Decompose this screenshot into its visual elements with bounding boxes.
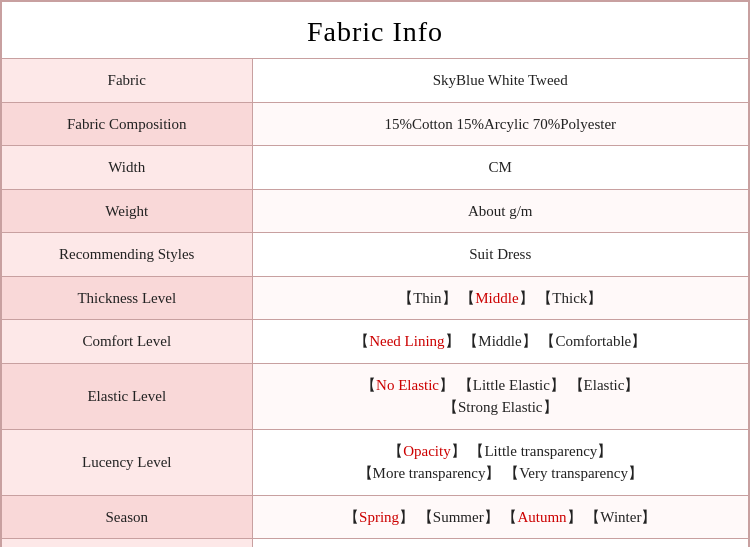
- row-value: 【Need Lining】 【Middle】 【Comfortable】: [252, 320, 748, 364]
- bracket-item: 【Winter】: [585, 509, 656, 525]
- row-value: 15%Cotton 15%Arcylic 70%Polyester: [252, 102, 748, 146]
- bracket-item: 【Middle】: [463, 333, 536, 349]
- bracket-item: 【No Elastic】: [361, 377, 454, 393]
- table-row: Elastic Level【No Elastic】 【Little Elasti…: [2, 363, 748, 429]
- table-row: Thickness Level【Thin】 【Middle】 【Thick】: [2, 276, 748, 320]
- bracket-item: 【Opacity】: [388, 443, 465, 459]
- row-label: Comfort Level: [2, 320, 252, 364]
- fabric-info-container: Fabric Info FabricSkyBlue White TweedFab…: [0, 0, 750, 547]
- row-label: Thickness Level: [2, 276, 252, 320]
- row-value: 【Hard】 【Little hard】 【Middle】 【Little so…: [252, 539, 748, 548]
- row-value: 【Thin】 【Middle】 【Thick】: [252, 276, 748, 320]
- bracket-item: 【Need Lining】: [354, 333, 459, 349]
- row-value: CM: [252, 146, 748, 190]
- table-row: FabricSkyBlue White Tweed: [2, 59, 748, 102]
- row-label: Width: [2, 146, 252, 190]
- bracket-item: 【Summer】: [418, 509, 499, 525]
- row-label: Fabric Composition: [2, 102, 252, 146]
- bracket-item: 【Spring】: [344, 509, 414, 525]
- row-value: Suit Dress: [252, 233, 748, 277]
- table-row: Fabric Composition15%Cotton 15%Arcylic 7…: [2, 102, 748, 146]
- row-value: 【Opacity】 【Little transparency】【More tra…: [252, 429, 748, 495]
- row-label: Season: [2, 495, 252, 539]
- bracket-item: 【Comfortable】: [540, 333, 646, 349]
- bracket-item: 【Middle】: [460, 290, 533, 306]
- row-label: Hard and Soft: [2, 539, 252, 548]
- row-value: 【Spring】 【Summer】 【Autumn】 【Winter】: [252, 495, 748, 539]
- bracket-item: 【Thick】: [537, 290, 602, 306]
- page-title: Fabric Info: [2, 2, 748, 59]
- table-row: Lucency Level【Opacity】 【Little transpare…: [2, 429, 748, 495]
- bracket-item: 【Thin】: [398, 290, 456, 306]
- bracket-item: 【Little Elastic】: [458, 377, 565, 393]
- bracket-item: 【Little transparency】: [469, 443, 612, 459]
- row-label: Lucency Level: [2, 429, 252, 495]
- bracket-item: 【More transparency】: [358, 465, 501, 481]
- bracket-item: 【Autumn】: [502, 509, 581, 525]
- row-label: Fabric: [2, 59, 252, 102]
- table-row: WidthCM: [2, 146, 748, 190]
- bracket-item: 【Very transparency】: [504, 465, 643, 481]
- row-label: Elastic Level: [2, 363, 252, 429]
- table-row: Comfort Level【Need Lining】 【Middle】 【Com…: [2, 320, 748, 364]
- row-label: Recommending Styles: [2, 233, 252, 277]
- table-row: Hard and Soft【Hard】 【Little hard】 【Middl…: [2, 539, 748, 548]
- row-value: 【No Elastic】 【Little Elastic】 【Elastic】【…: [252, 363, 748, 429]
- table-row: Season【Spring】 【Summer】 【Autumn】 【Winter…: [2, 495, 748, 539]
- row-label: Weight: [2, 189, 252, 233]
- fabric-table: FabricSkyBlue White TweedFabric Composit…: [2, 59, 748, 547]
- row-value: About g/m: [252, 189, 748, 233]
- bracket-item: 【Elastic】: [569, 377, 640, 393]
- table-row: Recommending StylesSuit Dress: [2, 233, 748, 277]
- table-row: WeightAbout g/m: [2, 189, 748, 233]
- row-value: SkyBlue White Tweed: [252, 59, 748, 102]
- bracket-item: 【Strong Elastic】: [443, 399, 558, 415]
